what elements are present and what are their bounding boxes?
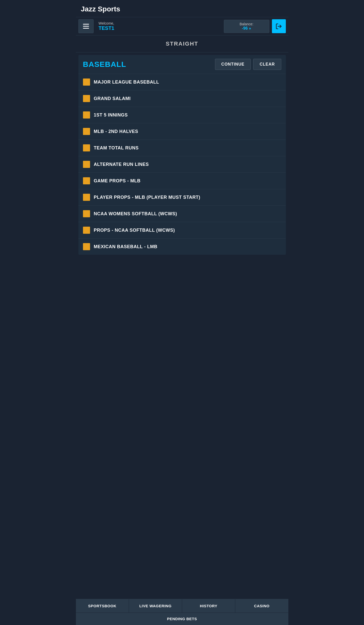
welcome-text: Welcome, bbox=[99, 21, 221, 25]
checkbox bbox=[83, 79, 90, 86]
list-item[interactable]: MLB - 2ND HALVES bbox=[78, 123, 286, 140]
welcome-area: Welcome, TEST1 bbox=[96, 21, 221, 31]
baseball-list: MAJOR LEAGUE BASEBALLGRAND SALAMI1ST 5 I… bbox=[78, 74, 286, 255]
list-item[interactable]: PLAYER PROPS - MLB (PLAYER MUST START) bbox=[78, 189, 286, 205]
item-label: MEXICAN BASEBALL - LMB bbox=[94, 244, 158, 249]
list-item[interactable]: MAJOR LEAGUE BASEBALL bbox=[78, 74, 286, 90]
checkbox bbox=[83, 194, 90, 201]
header-buttons: CONTINUE CLEAR bbox=[215, 59, 281, 70]
checkbox bbox=[83, 210, 90, 217]
app-title: Jazz Sports bbox=[81, 5, 120, 13]
pending-bets-bar: PENDING BETS bbox=[76, 613, 288, 625]
username-label: TEST1 bbox=[99, 25, 221, 31]
list-item[interactable]: GRAND SALAMI bbox=[78, 90, 286, 107]
baseball-title: BASEBALL bbox=[83, 60, 126, 69]
nav-sportsbook[interactable]: SPORTSBOOK bbox=[76, 599, 129, 613]
list-item[interactable]: TEAM TOTAL RUNS bbox=[78, 140, 286, 156]
checkbox bbox=[83, 111, 90, 119]
item-label: 1ST 5 INNINGS bbox=[94, 112, 128, 118]
list-item[interactable]: MEXICAN BASEBALL - LMB bbox=[78, 238, 286, 255]
checkbox bbox=[83, 128, 90, 135]
logout-button[interactable] bbox=[272, 19, 286, 33]
item-label: MLB - 2ND HALVES bbox=[94, 129, 138, 134]
checkbox bbox=[83, 161, 90, 168]
checkbox bbox=[83, 177, 90, 184]
list-item[interactable]: PROPS - NCAA SOFTBALL (WCWS) bbox=[78, 222, 286, 238]
item-label: PLAYER PROPS - MLB (PLAYER MUST START) bbox=[94, 195, 200, 200]
balance-value: -96 » bbox=[229, 26, 264, 31]
checkbox bbox=[83, 95, 90, 102]
checkbox bbox=[83, 227, 90, 234]
content-area: BASEBALL CONTINUE CLEAR MAJOR LEAGUE BAS… bbox=[76, 55, 288, 288]
list-item[interactable]: NCAA WOMENS SOFTBALL (WCWS) bbox=[78, 205, 286, 222]
continue-button[interactable]: CONTINUE bbox=[215, 59, 251, 70]
item-label: TEAM TOTAL RUNS bbox=[94, 145, 139, 151]
nav-live-wagering[interactable]: LIVE WAGERING bbox=[129, 599, 182, 613]
straight-bar: STRAIGHT bbox=[76, 35, 288, 52]
baseball-section: BASEBALL CONTINUE CLEAR MAJOR LEAGUE BAS… bbox=[78, 55, 286, 255]
item-label: NCAA WOMENS SOFTBALL (WCWS) bbox=[94, 211, 177, 217]
balance-label: Balance: bbox=[229, 22, 264, 26]
list-item[interactable]: ALTERNATE RUN LINES bbox=[78, 156, 286, 172]
list-item[interactable]: 1ST 5 INNINGS bbox=[78, 107, 286, 123]
checkbox bbox=[83, 144, 90, 151]
item-label: MAJOR LEAGUE BASEBALL bbox=[94, 80, 159, 85]
bottom-nav-main: SPORTSBOOK LIVE WAGERING HISTORY CASINO bbox=[76, 599, 288, 613]
list-item[interactable]: GAME PROPS - MLB bbox=[78, 172, 286, 189]
logo-bar: Jazz Sports bbox=[76, 0, 288, 17]
checkbox bbox=[83, 243, 90, 250]
balance-button[interactable]: Balance: -96 » bbox=[224, 20, 269, 33]
nav-history[interactable]: HISTORY bbox=[182, 599, 235, 613]
bottom-nav: SPORTSBOOK LIVE WAGERING HISTORY CASINO … bbox=[76, 599, 288, 625]
clear-button[interactable]: CLEAR bbox=[253, 59, 281, 70]
item-label: GRAND SALAMI bbox=[94, 96, 131, 101]
hamburger-icon bbox=[83, 24, 89, 29]
logout-icon bbox=[275, 23, 282, 30]
nav-casino[interactable]: CASINO bbox=[235, 599, 288, 613]
baseball-header: BASEBALL CONTINUE CLEAR bbox=[78, 55, 286, 74]
straight-label: STRAIGHT bbox=[166, 41, 198, 47]
item-label: GAME PROPS - MLB bbox=[94, 178, 141, 184]
pending-bets-button[interactable]: PENDING BETS bbox=[167, 617, 197, 621]
menu-button[interactable] bbox=[78, 19, 94, 33]
item-label: ALTERNATE RUN LINES bbox=[94, 162, 149, 167]
item-label: PROPS - NCAA SOFTBALL (WCWS) bbox=[94, 228, 175, 233]
nav-bar: Welcome, TEST1 Balance: -96 » bbox=[76, 17, 288, 35]
